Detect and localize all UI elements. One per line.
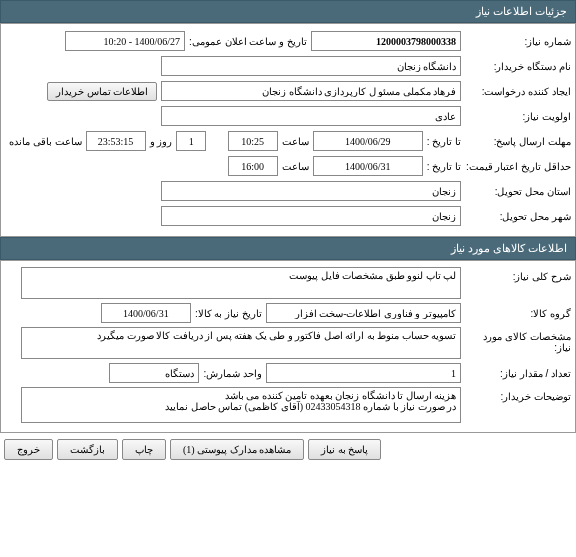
time-label-1: ساعت [278, 136, 313, 147]
announce-label: تاریخ و ساعت اعلان عمومی: [185, 36, 311, 47]
notes-label: توضیحات خریدار: [461, 387, 571, 402]
unit-label: واحد شمارش: [199, 368, 266, 379]
need-date-label: تاریخ نیاز به کالا: [191, 308, 266, 319]
deadline-time-field[interactable] [228, 131, 278, 151]
to-date-label-2: تا تاریخ : [423, 161, 461, 172]
goods-info-header: اطلاعات کالاهای مورد نیاز [0, 237, 576, 260]
desc-label: شرح کلی نیاز: [461, 267, 571, 282]
group-field[interactable] [266, 303, 461, 323]
exit-button[interactable]: خروج [4, 439, 53, 460]
to-date-label-1: تا تاریخ : [423, 136, 461, 147]
need-number-label: شماره نیاز: [461, 36, 571, 47]
respond-button[interactable]: پاسخ به نیاز [308, 439, 381, 460]
priority-field[interactable] [161, 106, 461, 126]
back-button[interactable]: بازگشت [57, 439, 118, 460]
qty-field[interactable] [266, 363, 461, 383]
buyer-label: نام دستگاه خریدار: [461, 61, 571, 72]
goods-info-section: شرح کلی نیاز: گروه کالا: تاریخ نیاز به ک… [0, 260, 576, 433]
deadline-label: مهلت ارسال پاسخ: [461, 136, 571, 147]
days-label: روز و [146, 136, 177, 147]
spec-label: مشخصات کالای مورد نیاز: [461, 327, 571, 353]
price-valid-label: حداقل تاریخ اعتبار قیمت: [461, 161, 571, 172]
need-date-field[interactable] [101, 303, 191, 323]
province-field[interactable] [161, 181, 461, 201]
city-label: شهر محل تحویل: [461, 211, 571, 222]
attachments-button[interactable]: مشاهده مدارک پیوستی (1) [170, 439, 304, 460]
need-info-section: شماره نیاز: تاریخ و ساعت اعلان عمومی: نا… [0, 23, 576, 237]
buyer-field[interactable] [161, 56, 461, 76]
time-label-2: ساعت [278, 161, 313, 172]
price-valid-time-field[interactable] [228, 156, 278, 176]
days-remaining-field[interactable] [176, 131, 206, 151]
notes-field[interactable] [21, 387, 461, 423]
requester-label: ایجاد کننده درخواست: [461, 86, 571, 97]
print-button[interactable]: چاپ [122, 439, 166, 460]
remaining-label: ساعت باقی مانده [5, 136, 86, 147]
province-label: استان محل تحویل: [461, 186, 571, 197]
need-number-field[interactable] [311, 31, 461, 51]
desc-field[interactable] [21, 267, 461, 299]
city-field[interactable] [161, 206, 461, 226]
spec-field[interactable] [21, 327, 461, 359]
footer-bar: پاسخ به نیاز مشاهده مدارک پیوستی (1) چاپ… [0, 433, 576, 466]
deadline-date-field[interactable] [313, 131, 423, 151]
priority-label: اولویت نیاز: [461, 111, 571, 122]
need-info-header: جزئیات اطلاعات نیاز [0, 0, 576, 23]
qty-label: تعداد / مقدار نیاز: [461, 368, 571, 379]
unit-field[interactable] [109, 363, 199, 383]
announce-field[interactable] [65, 31, 185, 51]
group-label: گروه کالا: [461, 308, 571, 319]
buyer-contact-button[interactable]: اطلاعات تماس خریدار [47, 82, 157, 101]
time-remaining-field[interactable] [86, 131, 146, 151]
price-valid-date-field[interactable] [313, 156, 423, 176]
requester-field[interactable] [161, 81, 461, 101]
